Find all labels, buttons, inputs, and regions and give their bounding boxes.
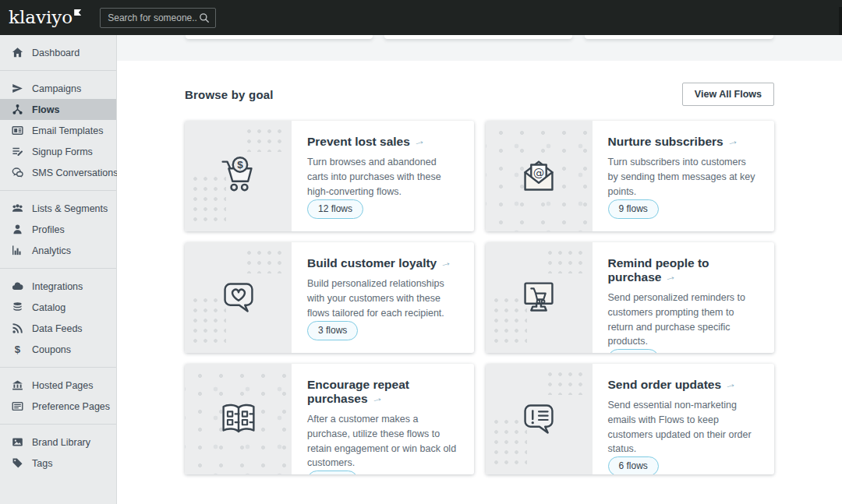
sidebar-item-label: Email Templates — [32, 125, 103, 136]
sidebar-item-catalog[interactable]: Catalog — [0, 297, 116, 318]
arrow-right-icon: → — [724, 132, 739, 148]
card-title-text: Remind people to purchase — [608, 256, 709, 284]
card-content: Send order updates→ Send essential non-m… — [593, 364, 775, 474]
goal-card-send-order-updates[interactable]: Send order updates→ Send essential non-m… — [486, 364, 775, 474]
card-content: Remind people to purchase→ Send personal… — [593, 242, 775, 353]
sidebar-item-brand-library[interactable]: Brand Library — [0, 432, 116, 453]
card-description: Send essential non-marketing emails with… — [608, 398, 759, 456]
card-title: Prevent lost sales→ — [307, 135, 425, 149]
flow-count-badge: 6 flows — [608, 456, 659, 474]
cart-dollar-icon: $ — [214, 152, 263, 200]
sidebar-item-hosted-pages[interactable]: Hosted Pages — [0, 375, 116, 396]
sidebar-item-label: SMS Conversations — [32, 167, 118, 178]
card-content: Prevent lost sales→ Turn browses and aba… — [292, 121, 474, 231]
sidebar-item-flows[interactable]: Flows — [0, 99, 116, 120]
search-input[interactable] — [106, 12, 199, 24]
partial-card — [186, 35, 373, 39]
card-title-text: Build customer loyalty — [307, 256, 437, 270]
goal-card-encourage-repeat-purchases[interactable]: Encourage repeat purchases→ After a cust… — [185, 364, 474, 474]
form-lines-icon — [12, 146, 23, 157]
list-card-icon — [12, 400, 23, 412]
sidebar-item-campaigns[interactable]: Campaigns — [0, 78, 116, 99]
klaviyo-logo[interactable]: klaviyo — [9, 9, 81, 26]
card-title-text: Nurture subscribers — [608, 135, 723, 148]
svg-text:$: $ — [237, 159, 243, 171]
card-description: Turn subscribers into customers by sendi… — [608, 155, 759, 199]
sidebar-item-label: Analytics — [32, 245, 71, 256]
page-title: Browse by goal — [185, 88, 274, 101]
sidebar-item-label: Dashboard — [32, 48, 80, 58]
arrow-right-icon: → — [663, 268, 677, 284]
card-description: Turn browses and abandoned carts into pu… — [307, 155, 458, 199]
goal-card-build-customer-loyalty[interactable]: Build customer loyalty→ Build personaliz… — [185, 242, 474, 353]
card-icon-panel: @ — [486, 121, 593, 231]
flows-icon — [12, 104, 23, 115]
goal-card-nurture-subscribers[interactable]: @ Nurture subscribers→ Turn subscribers … — [486, 121, 775, 231]
heart-bubble-icon — [214, 273, 263, 322]
goal-card-remind-people-to-purchase[interactable]: Remind people to purchase→ Send personal… — [486, 242, 775, 353]
flow-count-badge: 8 flows — [608, 349, 659, 353]
envelope-at-icon: @ — [515, 152, 563, 200]
sidebar-item-integrations[interactable]: Integrations — [0, 276, 116, 297]
view-all-flows-button[interactable]: View All Flows — [682, 83, 774, 106]
card-content: Build customer loyalty→ Build personaliz… — [292, 242, 474, 353]
database-icon — [12, 301, 23, 313]
flow-count-badge: 5 flows — [307, 471, 358, 474]
card-title: Nurture subscribers→ — [608, 135, 738, 149]
sidebar-item-coupons[interactable]: $ Coupons — [0, 339, 116, 360]
dot-pattern — [244, 126, 285, 152]
goal-cards-grid: $ Prevent lost sales→ Turn browses and a… — [185, 121, 774, 474]
sidebar-item-analytics[interactable]: Analytics — [0, 240, 116, 261]
sidebar-item-label: Tags — [32, 458, 52, 469]
sidebar-item-label: Integrations — [32, 281, 83, 292]
sidebar-divider — [0, 190, 116, 191]
sidebar-item-label: Lists & Segments — [32, 203, 108, 214]
klaviyo-flag-icon — [74, 9, 81, 16]
flow-count-badge: 9 flows — [608, 199, 659, 219]
sidebar-divider — [0, 367, 116, 368]
sidebar-item-preference-pages[interactable]: Preference Pages — [0, 396, 116, 417]
sidebar-item-profiles[interactable]: Profiles — [0, 219, 116, 240]
sidebar-item-sms-conversations[interactable]: SMS Conversations — [0, 162, 116, 183]
card-title-text: Prevent lost sales — [307, 135, 410, 148]
arrow-right-icon: → — [412, 132, 426, 148]
sidebar-item-label: Campaigns — [32, 83, 81, 94]
sidebar-item-label: Hosted Pages — [32, 380, 94, 391]
card-icon-panel — [185, 242, 292, 353]
card-title-text: Encourage repeat purchases — [307, 378, 409, 405]
dot-pattern — [545, 369, 586, 395]
card-description: Send personalized reminders to customers… — [608, 291, 759, 349]
rss-icon — [12, 322, 23, 334]
cloud-icon — [12, 280, 23, 292]
search-box[interactable] — [100, 8, 216, 28]
monitor-cart-icon — [515, 273, 563, 322]
arrow-right-icon: → — [723, 375, 738, 391]
sidebar-item-tags[interactable]: Tags — [0, 453, 116, 474]
svg-text:@: @ — [533, 167, 545, 179]
home-icon — [12, 47, 23, 58]
sidebar-item-data-feeds[interactable]: Data Feeds — [0, 318, 116, 339]
sidebar-item-email-templates[interactable]: Email Templates — [0, 120, 116, 141]
sidebar-item-dashboard[interactable]: Dashboard — [0, 42, 116, 63]
sidebar-item-label: Brand Library — [32, 437, 90, 448]
sidebar-item-label: Preference Pages — [32, 401, 110, 412]
sidebar-item-lists-segments[interactable]: Lists & Segments — [0, 198, 116, 219]
goal-card-prevent-lost-sales[interactable]: $ Prevent lost sales→ Turn browses and a… — [185, 121, 474, 231]
arrow-right-icon: → — [438, 254, 453, 270]
card-title-text: Send order updates — [608, 378, 722, 391]
search-icon[interactable] — [199, 12, 210, 23]
partial-card — [384, 35, 572, 39]
sidebar-item-label: Catalog — [32, 302, 65, 313]
open-book-icon — [214, 395, 263, 443]
sidebar-item-label: Data Feeds — [32, 323, 83, 334]
page-scrollbar[interactable] — [839, 7, 842, 35]
sidebar-item-signup-forms[interactable]: Signup Forms — [0, 141, 116, 162]
card-description: After a customer makes a purchase, utili… — [307, 412, 458, 471]
card-icon-panel — [486, 364, 593, 474]
arrow-right-icon: → — [369, 389, 384, 405]
bar-chart-icon — [12, 245, 23, 256]
paper-plane-icon — [12, 83, 23, 94]
main-content: Browse by goal View All Flows $ Prevent … — [117, 35, 842, 504]
sidebar-divider — [0, 424, 116, 425]
dot-pattern — [244, 248, 285, 273]
